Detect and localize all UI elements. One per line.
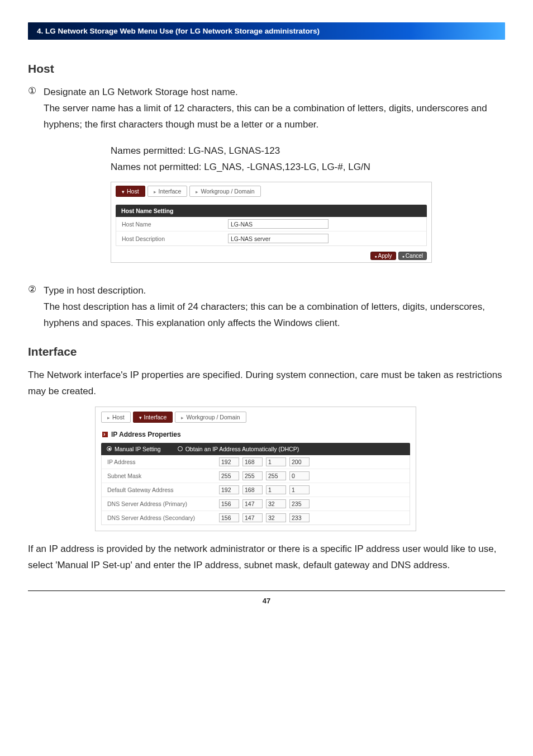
- cancel-button[interactable]: Cancel: [398, 252, 427, 260]
- dot-icon: [402, 253, 404, 259]
- ip-setting-row: Default Gateway Address: [102, 483, 410, 497]
- ip-octet-input[interactable]: [242, 471, 263, 480]
- ip-setting-label: DNS Server Address (Secondary): [107, 514, 219, 521]
- radio-unselected-icon: [178, 446, 183, 451]
- chevron-right-icon: [196, 188, 198, 195]
- ip-octet-input[interactable]: [219, 513, 239, 522]
- ip-octet-input[interactable]: [289, 471, 310, 480]
- section-title-host: Host: [28, 62, 505, 75]
- ip-octet-input[interactable]: [289, 485, 310, 494]
- host-ui-screenshot: Host Interface Workgroup / Domain Host N…: [111, 182, 505, 263]
- step-lead: Type in host description.: [44, 283, 505, 299]
- ip-properties-title: IP Address Properties: [102, 431, 410, 438]
- tab-workgroup-label: Workgroup / Domain: [186, 414, 240, 420]
- section-title-interface: Interface: [28, 345, 505, 358]
- ip-octet-input[interactable]: [266, 499, 286, 508]
- dhcp-option[interactable]: Obtain an IP Address Automatically (DHCP…: [178, 446, 299, 452]
- cancel-label: Cancel: [406, 253, 423, 259]
- dhcp-label: Obtain an IP Address Automatically (DHCP…: [185, 446, 299, 452]
- chevron-right-icon: [107, 414, 110, 420]
- chapter-header: 4. LG Network Storage Web Menu Use (for …: [28, 22, 505, 40]
- ip-setting-label: DNS Server Address (Primary): [107, 500, 219, 507]
- ip-octet-input[interactable]: [266, 513, 286, 522]
- tab-row: Host Interface Workgroup / Domain: [101, 412, 410, 423]
- host-desc-label: Host Description: [122, 235, 228, 242]
- tab-host[interactable]: Host: [101, 412, 131, 423]
- chevron-right-icon: [181, 414, 184, 420]
- ip-setting-row: Subnet Mask: [102, 469, 410, 483]
- tab-host-label: Host: [112, 414, 125, 420]
- host-desc-input[interactable]: [228, 234, 329, 243]
- interface-intro: The Network interface's IP properties ar…: [28, 367, 505, 400]
- apply-button[interactable]: Apply: [370, 252, 396, 260]
- section-marker-icon: [102, 432, 108, 437]
- footer-rule: [28, 590, 505, 591]
- names-not-permitted: Names not permitted: LG_NAS, -LGNAS,123-…: [111, 159, 505, 176]
- tab-interface-label: Interface: [159, 188, 182, 195]
- ip-setting-label: IP Address: [107, 459, 219, 465]
- step-number: ②: [28, 283, 40, 332]
- ip-octet-input[interactable]: [266, 485, 286, 494]
- ip-properties-label: IP Address Properties: [111, 431, 181, 438]
- host-steps-list: ① Designate an LG Network Storage host n…: [28, 84, 505, 332]
- ip-setting-row: IP Address: [102, 455, 410, 469]
- ip-octet-input[interactable]: [266, 471, 286, 480]
- chevron-right-icon: [154, 188, 156, 195]
- manual-ip-label: Manual IP Setting: [115, 446, 161, 452]
- ip-setting-row: DNS Server Address (Secondary): [102, 511, 410, 525]
- step-number: ①: [28, 84, 40, 270]
- ip-setting-label: Subnet Mask: [107, 472, 219, 479]
- host-name-label: Host Name: [122, 221, 228, 228]
- ip-mode-header: Manual IP Setting Obtain an IP Address A…: [101, 443, 410, 455]
- closing-paragraph: If an IP address is provided by the netw…: [28, 541, 505, 574]
- ip-settings-grid: IP AddressSubnet MaskDefault Gateway Add…: [101, 455, 410, 525]
- apply-label: Apply: [378, 253, 392, 259]
- chevron-down-icon: [122, 188, 125, 195]
- tab-host[interactable]: Host: [116, 186, 145, 197]
- manual-ip-option[interactable]: Manual IP Setting: [107, 446, 161, 452]
- tab-workgroup-label: Workgroup / Domain: [201, 188, 254, 195]
- ip-octet-input[interactable]: [289, 457, 310, 466]
- ip-octet-input[interactable]: [266, 457, 286, 466]
- tab-interface[interactable]: Interface: [147, 186, 188, 197]
- host-name-input[interactable]: [228, 219, 329, 229]
- chevron-down-icon: [139, 414, 142, 420]
- ip-octet-input[interactable]: [219, 499, 239, 508]
- dot-icon: [374, 253, 377, 259]
- radio-selected-icon: [107, 446, 112, 451]
- ip-setting-label: Default Gateway Address: [107, 486, 219, 493]
- ip-octet-input[interactable]: [242, 457, 263, 466]
- ip-octet-input[interactable]: [289, 499, 310, 508]
- step-lead: Designate an LG Network Storage host nam…: [44, 84, 505, 101]
- interface-ui-screenshot: Host Interface Workgroup / Domain IP Add…: [95, 407, 505, 531]
- tab-host-label: Host: [127, 188, 139, 195]
- panel-title: Host Name Setting: [116, 205, 427, 217]
- tab-interface-label: Interface: [144, 414, 167, 420]
- step-para: The server name has a limit of 12 charac…: [44, 101, 505, 133]
- tab-row: Host Interface Workgroup / Domain: [116, 186, 427, 197]
- page-number: 47: [28, 597, 505, 605]
- ip-octet-input[interactable]: [219, 471, 239, 480]
- names-permitted: Names permitted: LG-NAS, LGNAS-123: [111, 143, 505, 159]
- ip-octet-input[interactable]: [242, 485, 263, 494]
- step-para: The host description has a limit of 24 c…: [44, 299, 505, 332]
- tab-workgroup[interactable]: Workgroup / Domain: [189, 186, 260, 197]
- ip-octet-input[interactable]: [219, 485, 239, 494]
- ip-setting-row: DNS Server Address (Primary): [102, 497, 410, 511]
- tab-interface[interactable]: Interface: [133, 412, 173, 423]
- chapter-title: 4. LG Network Storage Web Menu Use (for …: [37, 27, 320, 35]
- ip-octet-input[interactable]: [289, 513, 310, 522]
- ip-octet-input[interactable]: [242, 499, 263, 508]
- ip-octet-input[interactable]: [219, 457, 239, 466]
- ip-octet-input[interactable]: [242, 513, 263, 522]
- tab-workgroup[interactable]: Workgroup / Domain: [175, 412, 246, 423]
